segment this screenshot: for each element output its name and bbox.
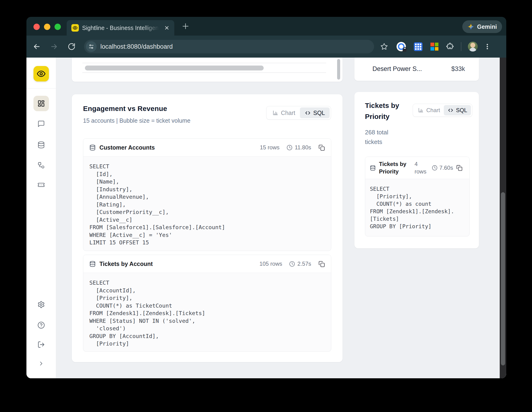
toggle-sql-button[interactable]: SQL bbox=[444, 105, 471, 115]
bar-chart-icon bbox=[418, 107, 424, 113]
tickets-by-priority-card: Tickets by Priority Chart SQL bbox=[354, 92, 479, 248]
query-block-tickets-by-account: Tickets by Account 105 rows 2.57s bbox=[83, 255, 331, 352]
account-row-card[interactable]: Desert Power S... $33k bbox=[354, 58, 479, 81]
eye-icon bbox=[37, 69, 46, 78]
sightline-favicon-icon bbox=[71, 24, 79, 32]
tab-strip: Sightline - Business Intelligen Gemin bbox=[27, 17, 506, 36]
account-name: Desert Power S... bbox=[372, 65, 422, 73]
back-button[interactable] bbox=[32, 42, 41, 51]
settings-gear-icon[interactable] bbox=[38, 301, 45, 308]
browser-window: Sightline - Business Intelligen Gemin bbox=[27, 17, 506, 378]
site-settings-button[interactable] bbox=[86, 41, 97, 52]
traffic-light-minimize[interactable] bbox=[44, 24, 50, 30]
chart-sql-toggle: Chart SQL bbox=[413, 104, 472, 117]
gemini-label: Gemini bbox=[477, 23, 497, 30]
refresh-icon bbox=[68, 43, 76, 50]
query-block-customer-accounts: Customer Accounts 15 rows 11.80s bbox=[83, 138, 331, 251]
lock-icon bbox=[403, 49, 406, 52]
account-value-clip: $33k bbox=[451, 65, 465, 74]
query-title: Customer Accounts bbox=[99, 144, 155, 151]
card-title: Engagement vs Revenue bbox=[83, 105, 167, 113]
engagement-revenue-card: Engagement vs Revenue 15 accounts | Bubb… bbox=[72, 94, 342, 362]
new-tab-button[interactable] bbox=[181, 21, 190, 31]
toggle-sql-label: SQL bbox=[456, 107, 467, 114]
help-icon[interactable] bbox=[38, 321, 45, 329]
card-title: Tickets by Priority bbox=[365, 100, 414, 122]
query-header: Customer Accounts 15 rows 11.80s bbox=[83, 138, 331, 157]
toggle-sql-button[interactable]: SQL bbox=[300, 108, 330, 118]
sql-query-text: SELECT [Id], [Name], [Industry], [Annual… bbox=[83, 157, 331, 251]
code-icon bbox=[304, 110, 311, 116]
copy-icon[interactable] bbox=[456, 165, 463, 171]
bar-chart-icon bbox=[272, 110, 279, 116]
table-row-divider bbox=[82, 72, 326, 73]
password-manager-extension-icon[interactable] bbox=[397, 42, 406, 51]
browser-toolbar: localhost:8080/dashboard bbox=[27, 36, 506, 58]
sightline-logo[interactable] bbox=[33, 66, 49, 81]
traffic-light-zoom[interactable] bbox=[55, 24, 61, 30]
database-icon[interactable] bbox=[38, 141, 45, 149]
ticket-icon[interactable] bbox=[38, 181, 45, 188]
card-subtitle: 268 total tickets bbox=[365, 128, 400, 147]
page-content: Desert Power S... $33k Engagement vs Rev… bbox=[27, 58, 506, 378]
clock-icon bbox=[432, 165, 437, 171]
expand-sidebar-chevron-icon[interactable] bbox=[38, 360, 44, 367]
microsoft-extension-icon[interactable] bbox=[430, 43, 438, 50]
workflow-icon[interactable] bbox=[38, 162, 45, 169]
copy-icon[interactable] bbox=[318, 261, 325, 267]
toggle-chart-button[interactable]: Chart bbox=[268, 108, 300, 118]
browser-menu-button[interactable] bbox=[484, 43, 491, 50]
tab-title: Sightline - Business Intelligen bbox=[82, 25, 159, 31]
clipped-table-card bbox=[72, 58, 342, 82]
bookmark-button[interactable] bbox=[380, 43, 388, 50]
query-header: Tickets by Account 105 rows 2.57s bbox=[83, 255, 331, 273]
copy-icon[interactable] bbox=[318, 144, 325, 151]
query-row-count: 105 rows bbox=[259, 261, 282, 267]
refresh-button[interactable] bbox=[68, 43, 76, 50]
back-arrow-icon bbox=[32, 42, 41, 51]
database-icon bbox=[89, 144, 96, 151]
eye-icon bbox=[73, 25, 78, 30]
star-icon bbox=[380, 43, 388, 50]
dashboard-icon bbox=[38, 100, 45, 107]
query-duration: 2.57s bbox=[297, 261, 311, 267]
browser-tab[interactable]: Sightline - Business Intelligen bbox=[67, 20, 174, 36]
grid-extension-icon[interactable] bbox=[414, 42, 423, 51]
query-row-count: 4 rows bbox=[415, 160, 430, 175]
plus-icon bbox=[181, 22, 190, 31]
query-duration: 11.80s bbox=[295, 144, 311, 151]
toggle-chart-button[interactable]: Chart bbox=[414, 105, 444, 115]
extensions-button[interactable] bbox=[446, 42, 454, 51]
query-row-count: 15 rows bbox=[260, 144, 280, 151]
profile-avatar[interactable] bbox=[468, 42, 478, 51]
code-icon bbox=[447, 107, 454, 113]
gemini-button[interactable]: Gemini bbox=[462, 20, 502, 33]
query-meta: 105 rows 2.57s bbox=[259, 261, 325, 267]
account-value: $33k bbox=[451, 65, 465, 72]
page-scrollbar-thumb[interactable] bbox=[501, 192, 505, 365]
card-scrollbar-thumb[interactable] bbox=[337, 59, 340, 79]
puzzle-icon bbox=[446, 42, 454, 51]
query-meta: 15 rows 11.80s bbox=[260, 144, 325, 151]
toggle-chart-label: Chart bbox=[426, 107, 440, 114]
sql-query-text: SELECT [AccountId], [Priority], COUNT(*)… bbox=[83, 273, 331, 352]
forward-button[interactable] bbox=[50, 42, 58, 51]
table-row-divider bbox=[82, 63, 326, 63]
query-header: Tickets by Priority 4 rows 7.60s bbox=[365, 157, 469, 179]
chat-icon[interactable] bbox=[38, 120, 45, 128]
traffic-light-close[interactable] bbox=[33, 24, 40, 30]
tab-close-icon[interactable] bbox=[164, 25, 170, 31]
page-scrollbar[interactable] bbox=[500, 58, 506, 378]
card-subtitle: 15 accounts | Bubble size = ticket volum… bbox=[83, 117, 190, 124]
toolbar-divider bbox=[461, 42, 461, 51]
chart-sql-toggle: Chart SQL bbox=[266, 106, 331, 120]
logout-icon[interactable] bbox=[38, 341, 45, 348]
gemini-sparkle-icon bbox=[467, 23, 475, 30]
database-icon bbox=[89, 261, 96, 267]
address-bar[interactable]: localhost:8080/dashboard bbox=[84, 40, 374, 53]
dashboard-main: Desert Power S... $33k Engagement vs Rev… bbox=[56, 58, 506, 378]
sql-query-text: SELECT [Priority], COUNT(*) as count FRO… bbox=[365, 179, 469, 236]
sidebar-item-dashboard[interactable] bbox=[33, 96, 49, 111]
clock-icon bbox=[287, 145, 293, 150]
query-title: Tickets by Account bbox=[99, 261, 153, 267]
